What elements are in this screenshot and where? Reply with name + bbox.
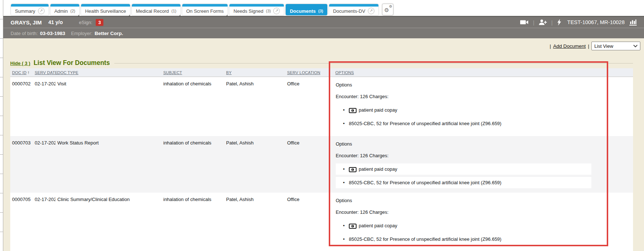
divider <box>114 63 633 63</box>
by-cell: Patel, Ashish <box>224 77 285 136</box>
documents-content-area: | Add Document | List View Hide ( 3 ) Li… <box>3 38 644 251</box>
charge-text: 85025-CBC, 52 for Presence of unspecifie… <box>349 180 502 185</box>
sort-ascending-icon: ↑ <box>27 70 30 75</box>
charge-item: • patient paid copay <box>336 104 591 116</box>
charge-text: 85025-CBC, 52 for Presence of unspecifie… <box>349 236 502 242</box>
charge-text: patient paid copay <box>359 166 397 172</box>
hide-link[interactable]: Hide ( 3 ) <box>10 61 30 66</box>
left-collapsed-panel-rail <box>0 0 3 251</box>
charges-list: • patient paid copay • 85025-CBC, 52 for… <box>336 104 591 129</box>
table-row[interactable]: 0000702 02-17-2025 Visit inhalation of c… <box>10 77 633 136</box>
options-cell: Options Encounter: 126 Charges: • patien… <box>330 193 633 251</box>
tab-on-screen-forms[interactable]: On Screen Forms <box>182 4 228 15</box>
separator: | <box>533 19 534 26</box>
tab-documents-active[interactable]: Documents (3) <box>286 4 327 15</box>
tab-label: On Screen Forms <box>186 8 224 14</box>
charges-list: • patient paid copay • 85025-CBC, 52 for… <box>336 220 591 245</box>
esign-count-badge[interactable]: 3 <box>96 19 103 26</box>
list-view-select[interactable]: List View <box>591 42 640 50</box>
video-camera-icon[interactable] <box>520 20 529 25</box>
tab-summary[interactable]: Summary ↗ <box>11 4 49 15</box>
encounter-charges-label: Encounter: 126 Charges: <box>336 209 628 215</box>
bullet-icon: • <box>343 121 349 126</box>
charge-text: 85025-CBC, 52 for Presence of unspecifie… <box>349 121 502 126</box>
employer-value: Better Corp. <box>95 31 123 36</box>
serv-location-cell: Office <box>285 77 330 136</box>
patient-record-ids: TEST-10067, MR-10028 <box>567 19 625 25</box>
column-header-doc-id[interactable]: DOC ID↑ <box>10 70 33 75</box>
tab-documents-dv[interactable]: Documents-DV ↗ <box>329 4 378 15</box>
esign-label: eSign: <box>79 20 92 25</box>
patient-age: 41 y/o <box>48 19 63 25</box>
tab-label: Medical Record <box>136 8 169 14</box>
tab-admin[interactable]: Admin (2) <box>50 4 79 15</box>
column-header-doc-type[interactable]: DOC TYPE <box>56 70 161 75</box>
patient-demographics-bar: Date of birth: 03-03-1983 Employer: Bett… <box>3 28 644 38</box>
tab-settings-button[interactable]: ⚙ ⚙ <box>382 4 393 15</box>
table-header-row: DOC ID↑ SERV DATE DOC TYPE SUBJECT BY SE… <box>10 68 633 77</box>
list-view-header: Hide ( 3 ) List View For Documents <box>10 59 633 67</box>
doc-type-cell: Visit <box>56 77 161 136</box>
add-document-link[interactable]: Add Document <box>553 43 586 49</box>
tab-count: (2) <box>70 9 75 13</box>
doc-id-cell: 0000702 <box>10 77 33 136</box>
tab-label: Documents-DV <box>333 8 365 14</box>
bullet-icon: • <box>343 107 349 113</box>
tab-label: Summary <box>15 8 35 14</box>
money-icon <box>349 224 357 229</box>
bullet-icon: • <box>343 223 349 228</box>
table-row[interactable]: 0000705 02-17-2025 Clinic Summary/Clinic… <box>10 193 633 251</box>
by-cell: Patel, Ashish <box>224 193 285 251</box>
doc-id-cell: 0000705 <box>10 193 33 251</box>
employer-label: Employer: <box>71 31 93 36</box>
tab-label: Admin <box>54 8 68 14</box>
money-icon <box>349 108 357 113</box>
lightning-icon[interactable] <box>557 19 561 26</box>
pipe: | <box>588 43 589 49</box>
doc-id-cell: 0000703 <box>10 136 33 193</box>
table-row[interactable]: 0000703 02-17-2025 Work Status Report in… <box>10 136 633 193</box>
patient-header-bar: GRAYS, JIM 41 y/o eSign: 3 | | TEST-1006… <box>3 16 644 28</box>
column-header-options[interactable]: OPTIONS <box>330 70 633 75</box>
charge-item: • 85025-CBC, 52 for Presence of unspecif… <box>336 177 591 188</box>
options-title: Options <box>336 82 628 88</box>
column-header-by[interactable]: BY <box>224 70 285 75</box>
external-link-circle-icon[interactable]: ↗ <box>368 8 374 14</box>
subject-cell: inhalation of chemicals <box>161 77 224 136</box>
charge-text: patient paid copay <box>359 223 397 228</box>
dob-label: Date of birth: <box>11 31 38 36</box>
tab-medical-record[interactable]: Medical Record (1) <box>132 4 180 15</box>
options-title: Options <box>336 141 628 147</box>
external-link-circle-icon[interactable]: ↗ <box>38 8 45 14</box>
external-link-circle-icon[interactable]: ↗ <box>273 8 280 14</box>
serv-date-cell: 02-17-2025 <box>33 193 56 251</box>
tab-count: (1) <box>171 9 176 13</box>
doc-type-cell: Work Status Report <box>56 136 161 193</box>
dob-value: 03-03-1983 <box>40 31 65 36</box>
pipe: | <box>550 43 551 49</box>
tab-needs-signed[interactable]: Needs Signed (3) ↗ <box>229 4 284 15</box>
tab-health-surveillance[interactable]: Health Surveillance <box>81 4 130 15</box>
person-add-icon[interactable] <box>539 19 547 25</box>
column-header-serv-location[interactable]: SERV LOCATION <box>285 70 330 75</box>
options-cell: Options Encounter: 126 Charges: • patien… <box>330 77 633 136</box>
bullet-icon: • <box>343 180 349 185</box>
patient-name: GRAYS, JIM <box>11 19 42 26</box>
bar-chart-icon[interactable] <box>629 19 637 26</box>
gears-icon: ⚙ <box>389 4 392 8</box>
documents-table: DOC ID↑ SERV DATE DOC TYPE SUBJECT BY SE… <box>10 68 633 251</box>
encounter-charges-label: Encounter: 126 Charges: <box>336 94 628 99</box>
column-header-subject[interactable]: SUBJECT <box>161 70 224 75</box>
tab-bar: Summary ↗ Admin (2) Health Surveillance … <box>3 0 644 16</box>
list-view-select-value: List View <box>594 43 613 49</box>
column-header-serv-date[interactable]: SERV DATE <box>33 70 56 75</box>
gears-icon: ⚙ <box>384 7 389 13</box>
doc-type-cell: Clinic Summary/Clinical Education <box>56 193 161 251</box>
bullet-icon: • <box>343 236 349 242</box>
charge-item: • 85025-CBC, 52 for Presence of unspecif… <box>336 233 591 245</box>
charges-list: • patient paid copay • 85025-CBC, 52 for… <box>336 163 591 188</box>
charge-item: • patient paid copay <box>336 220 591 231</box>
bullet-icon: • <box>343 166 349 172</box>
tab-count: (3) <box>318 9 323 13</box>
serv-date-cell: 02-17-2025 <box>33 77 56 136</box>
